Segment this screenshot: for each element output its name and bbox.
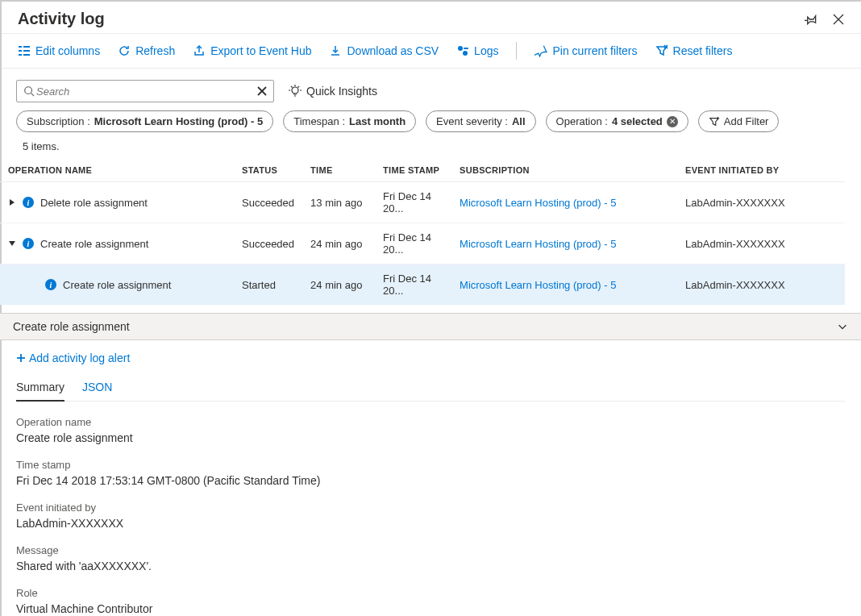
subscription-link[interactable]: Microsoft Learn Hosting (prod) - 5 [460, 238, 616, 250]
refresh-label: Refresh [135, 44, 175, 57]
search-input-container[interactable] [16, 80, 274, 102]
detail-panel-header[interactable]: Create role assignment [1, 313, 861, 340]
col-status[interactable]: STATUS [234, 159, 302, 182]
svg-point-13 [25, 87, 32, 94]
edit-columns-button[interactable]: Edit columns [18, 44, 100, 57]
export-label: Export to Event Hub [210, 44, 311, 57]
subscription-link[interactable]: Microsoft Learn Hosting (prod) - 5 [460, 279, 616, 291]
add-alert-button[interactable]: Add activity log alert [16, 352, 845, 364]
tab-json[interactable]: JSON [82, 376, 112, 401]
download-label: Download as CSV [347, 44, 439, 57]
expand-caret-icon[interactable] [8, 198, 16, 206]
reset-filters-button[interactable]: Reset filters [655, 44, 733, 57]
search-input[interactable] [35, 85, 257, 98]
export-button[interactable]: Export to Event Hub [193, 44, 311, 57]
svg-rect-4 [19, 54, 22, 56]
svg-rect-10 [464, 48, 468, 49]
operation-name: Delete role assignment [40, 197, 148, 209]
svg-point-17 [292, 87, 298, 94]
field-value: Shared with 'aaXXXXXXX'. [16, 560, 845, 572]
detail-panel-body: Add activity log alert Summary JSON Oper… [1, 340, 861, 616]
logs-label: Logs [474, 44, 498, 57]
chevron-down-icon[interactable] [837, 321, 848, 332]
col-timestamp[interactable]: TIME STAMP [375, 159, 451, 182]
filter-subscription[interactable]: Subscription : Microsoft Learn Hosting (… [16, 110, 273, 132]
filter-subscription-label: Subscription : [27, 115, 90, 127]
field-value: Virtual Machine Contributor [16, 602, 845, 615]
expand-caret-icon[interactable] [8, 240, 16, 247]
field-label: Time stamp [16, 459, 845, 471]
page-header: Activity log [2, 2, 861, 34]
table-header-row: OPERATION NAME STATUS TIME TIME STAMP SU… [1, 159, 845, 182]
operation-name: Create role assignment [63, 279, 171, 291]
cell-initiated-by: LabAdmin-XXXXXXX [677, 223, 845, 264]
pin-filters-label: Pin current filters [552, 44, 637, 57]
subscription-link[interactable]: Microsoft Learn Hosting (prod) - 5 [460, 197, 616, 209]
activity-table: OPERATION NAME STATUS TIME TIME STAMP SU… [1, 159, 845, 305]
svg-marker-25 [10, 199, 15, 206]
item-count: 5 items. [1, 140, 861, 159]
quick-insights-label: Quick Insights [306, 85, 377, 98]
field-value: Fri Dec 14 2018 17:53:14 GMT-0800 (Pacif… [16, 474, 845, 487]
detail-field: MessageShared with 'aaXXXXXXX'. [16, 544, 845, 572]
filter-subscription-value: Microsoft Learn Hosting (prod) - 5 [94, 115, 263, 127]
cell-time: 13 min ago [302, 182, 375, 223]
svg-rect-3 [19, 50, 22, 52]
refresh-button[interactable]: Refresh [118, 44, 175, 57]
cell-initiated-by: LabAdmin-XXXXXXX [677, 182, 845, 223]
field-label: Event initiated by [16, 502, 845, 514]
content-scroll[interactable]: Quick Insights Subscription : Microsoft … [1, 72, 861, 616]
col-time[interactable]: TIME [302, 159, 375, 182]
add-filter-label: Add Filter [724, 115, 769, 127]
col-subscription[interactable]: SUBSCRIPTION [451, 159, 677, 182]
svg-point-9 [463, 51, 468, 56]
quick-insights-button[interactable]: Quick Insights [289, 85, 377, 98]
toolbar-separator [516, 42, 517, 60]
filter-severity[interactable]: Event severity : All [426, 110, 536, 132]
remove-filter-icon[interactable]: ✕ [667, 116, 678, 127]
lightbulb-icon [289, 85, 302, 98]
svg-rect-7 [23, 54, 30, 56]
detail-field: RoleVirtual Machine Contributor [16, 587, 845, 615]
add-alert-label: Add activity log alert [29, 352, 130, 364]
info-icon: i [23, 197, 34, 208]
detail-tabs: Summary JSON [16, 376, 845, 402]
filter-severity-label: Event severity : [436, 115, 508, 127]
filter-timespan-label: Timespan : [293, 115, 345, 127]
info-icon: i [45, 279, 56, 290]
detail-header-title: Create role assignment [13, 320, 130, 333]
filter-timespan[interactable]: Timespan : Last month [283, 110, 416, 132]
filter-timespan-value: Last month [349, 115, 406, 127]
search-icon [23, 85, 35, 97]
cell-status: Succeeded [234, 223, 302, 264]
cell-initiated-by: LabAdmin-XXXXXXX [677, 264, 845, 306]
clear-search-icon[interactable] [257, 86, 267, 96]
pin-icon[interactable] [805, 13, 817, 26]
table-row[interactable]: iDelete role assignmentSucceeded13 min a… [1, 182, 845, 223]
field-value: LabAdmin-XXXXXXX [16, 517, 845, 530]
svg-line-14 [31, 94, 35, 97]
svg-rect-5 [23, 46, 30, 48]
detail-field: Operation nameCreate role assignment [16, 416, 845, 444]
table-row[interactable]: iCreate role assignmentSucceeded24 min a… [1, 223, 845, 264]
detail-field: Event initiated byLabAdmin-XXXXXXX [16, 502, 845, 530]
cell-timestamp: Fri Dec 14 20... [375, 264, 451, 306]
logs-button[interactable]: Logs [456, 44, 498, 57]
pin-filters-button[interactable]: Pin current filters [534, 44, 637, 57]
filter-operation[interactable]: Operation : 4 selected ✕ [546, 110, 688, 132]
table-row[interactable]: iCreate role assignmentStarted24 min ago… [1, 264, 845, 306]
field-label: Operation name [16, 416, 845, 428]
field-value: Create role assignment [16, 431, 845, 444]
close-icon[interactable] [832, 13, 845, 26]
download-button[interactable]: Download as CSV [329, 44, 439, 57]
add-filter-button[interactable]: Add Filter [698, 110, 780, 132]
plus-icon [16, 353, 26, 363]
col-initiated[interactable]: EVENT INITIATED BY [677, 159, 845, 182]
add-filter-icon [709, 116, 720, 127]
detail-field: Time stampFri Dec 14 2018 17:53:14 GMT-0… [16, 459, 845, 487]
tab-summary[interactable]: Summary [16, 376, 64, 402]
field-label: Role [16, 587, 845, 599]
cell-timestamp: Fri Dec 14 20... [375, 182, 451, 223]
svg-line-21 [291, 86, 293, 88]
col-operation[interactable]: OPERATION NAME [1, 159, 234, 182]
